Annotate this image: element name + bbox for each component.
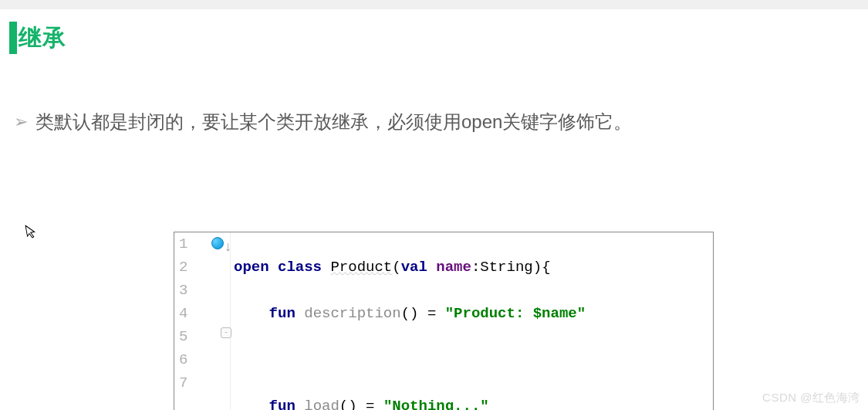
code-content: open class Product(val name:String){ fun… xyxy=(231,232,713,410)
lparen: ( xyxy=(392,259,400,276)
heading-accent-bar xyxy=(9,22,17,54)
rparen-brace: ){ xyxy=(533,259,551,276)
bullet-icon: ➢ xyxy=(14,114,28,130)
colon: : xyxy=(471,259,480,276)
line-number: 5 xyxy=(179,325,187,348)
code-line: open class Product(val name:String){ xyxy=(234,256,713,279)
line-number: 7 xyxy=(179,371,187,395)
section-heading: 继承 xyxy=(9,22,868,54)
line-number: 1 xyxy=(179,232,187,256)
equals: = xyxy=(427,305,445,322)
line-number: 2 xyxy=(179,256,187,279)
line-number: 4 xyxy=(179,302,187,325)
equals: = xyxy=(366,398,383,410)
space xyxy=(269,259,278,276)
keyword-val: val xyxy=(401,259,427,276)
keyword-open: open xyxy=(234,259,269,276)
line-number: 3 xyxy=(179,279,187,302)
code-line: fun description() = "Product: $name" xyxy=(234,302,713,325)
function-name: description xyxy=(304,305,400,322)
space xyxy=(322,259,330,276)
function-name: load xyxy=(304,398,339,410)
parens: () xyxy=(339,398,366,410)
field-name: name xyxy=(436,259,471,276)
code-editor: 1 2 3 4 5 6 7 ↓ - open class Product(val… xyxy=(174,232,714,410)
bullet-text: 类默认都是封闭的，要让某个类开放继承，必须使用open关键字修饰它。 xyxy=(35,110,632,134)
indent xyxy=(234,305,269,322)
line-numbers: 1 2 3 4 5 6 7 xyxy=(179,232,187,395)
line-number: 6 xyxy=(179,348,187,371)
code-line: fun load() = "Nothing..." xyxy=(234,395,713,410)
param-type: String xyxy=(480,259,532,276)
class-name: Product xyxy=(330,259,392,276)
keyword-fun: fun xyxy=(269,398,296,410)
parens: () xyxy=(401,305,427,322)
bullet-point: ➢ 类默认都是封闭的，要让某个类开放继承，必须使用open关键字修饰它。 xyxy=(14,110,868,134)
top-strip xyxy=(0,0,868,9)
fold-end-icon[interactable]: - xyxy=(221,327,231,338)
mouse-cursor-icon xyxy=(25,223,39,244)
space xyxy=(296,305,304,322)
string-literal: "Product: $name" xyxy=(445,305,586,322)
indent xyxy=(234,398,269,410)
watermark: CSDN @红色海湾 xyxy=(762,391,860,405)
code-line xyxy=(234,348,713,371)
string-literal: "Nothing..." xyxy=(383,398,489,410)
collapse-down-icon[interactable]: ↓ xyxy=(224,235,232,259)
space xyxy=(427,259,436,276)
keyword-fun: fun xyxy=(269,305,296,322)
space xyxy=(296,398,304,410)
gutter: 1 2 3 4 5 6 7 ↓ - xyxy=(174,232,231,410)
keyword-class: class xyxy=(278,259,322,276)
heading-text: 继承 xyxy=(19,22,66,54)
run-gutter-icon[interactable] xyxy=(211,237,224,249)
